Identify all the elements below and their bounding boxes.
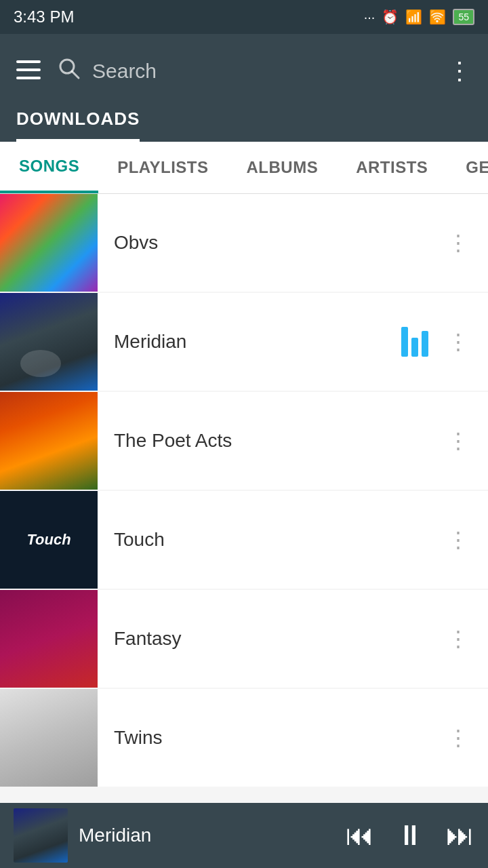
status-icons: ··· ⏰ 📶 🛜 55 [364,9,474,25]
song-thumb-meridian [0,293,98,391]
search-placeholder: Search [92,60,157,83]
svg-line-4 [72,71,79,78]
song-title-fantasy: Fantasy [98,628,442,650]
playback-controls: ⏮ ⏸ ⏭ [346,819,474,852]
eq-bar-2 [411,338,418,357]
downloads-label: DOWNLOADS [16,108,140,142]
next-button[interactable]: ⏭ [446,819,474,852]
list-item[interactable]: The Poet Acts ⋮ [0,392,488,490]
dots-icon: ··· [364,9,375,25]
svg-rect-1 [16,68,41,71]
downloads-section: DOWNLOADS [0,108,488,142]
prev-button[interactable]: ⏮ [346,819,374,852]
tab-albums[interactable]: ALBUMS [228,143,338,192]
svg-rect-0 [16,60,41,63]
song-title-twins: Twins [98,727,442,749]
svg-rect-2 [16,77,41,79]
search-area[interactable]: Search [57,56,431,87]
tab-artists[interactable]: ARTISTS [337,143,447,192]
song-more-meridian[interactable]: ⋮ [442,322,474,361]
eq-bar-3 [422,331,428,357]
list-item[interactable]: Obvs ⋮ [0,194,488,292]
song-list: Obvs ⋮ Meridian ⋮ The Poet Acts ⋮ Touch … [0,194,488,787]
song-more-twins[interactable]: ⋮ [442,718,474,757]
playing-indicator [401,327,428,357]
song-more-fantasy[interactable]: ⋮ [442,619,474,658]
song-more-obvs[interactable]: ⋮ [442,223,474,262]
list-item[interactable]: Twins ⋮ [0,689,488,787]
tab-playlists[interactable]: PLAYLISTS [98,143,227,192]
song-more-poet[interactable]: ⋮ [442,421,474,460]
list-item[interactable]: Touch Touch ⋮ [0,491,488,589]
menu-button[interactable] [16,57,41,85]
alarm-icon: ⏰ [382,9,399,25]
tab-songs[interactable]: SONGS [0,142,98,193]
now-playing-title: Meridian [79,825,335,846]
song-title-obvs: Obvs [98,232,442,254]
status-time: 3:43 PM [14,7,74,26]
touch-text: Touch [26,531,70,549]
tab-genres[interactable]: GE… [447,143,488,192]
status-bar: 3:43 PM ··· ⏰ 📶 🛜 55 [0,0,488,34]
song-thumb-twins [0,689,98,787]
song-thumb-obvs [0,194,98,292]
song-title-touch: Touch [98,529,442,551]
list-item[interactable]: Fantasy ⋮ [0,590,488,688]
eq-bar-1 [401,327,408,357]
song-title-poet: The Poet Acts [98,430,442,452]
sub-tabs-bar: SONGS PLAYLISTS ALBUMS ARTISTS GE… [0,142,488,194]
list-item[interactable]: Meridian ⋮ [0,293,488,391]
search-icon [57,56,81,87]
song-more-touch[interactable]: ⋮ [442,520,474,559]
song-thumb-fantasy [0,590,98,688]
now-playing-thumb [14,808,68,863]
battery-icon: 55 [453,9,474,25]
song-title-meridian: Meridian [98,331,401,353]
toolbar: Search ⋮ [0,34,488,108]
more-button[interactable]: ⋮ [447,57,472,85]
now-playing-bar: Meridian ⏮ ⏸ ⏭ [0,803,488,868]
song-thumb-poet [0,392,98,490]
wifi-icon: 🛜 [429,9,446,25]
signal-icon: 📶 [405,9,422,25]
pause-button[interactable]: ⏸ [396,819,424,852]
song-thumb-touch: Touch [0,491,98,589]
